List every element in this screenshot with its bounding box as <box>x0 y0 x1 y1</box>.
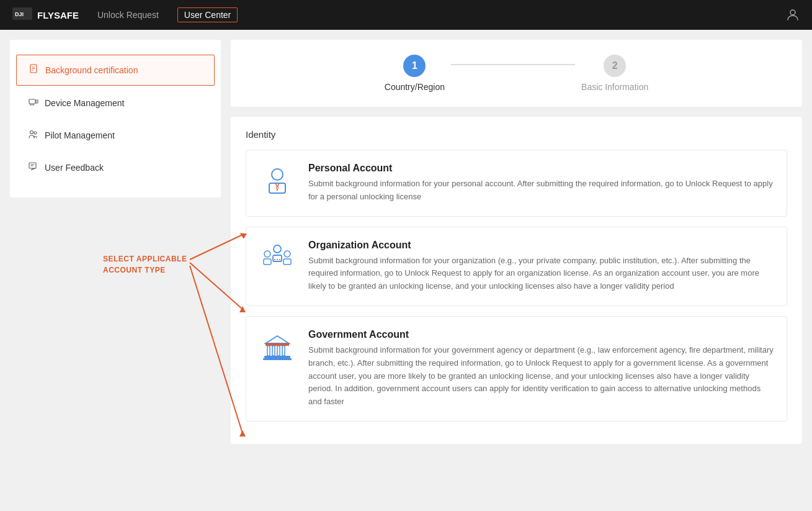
svg-point-25 <box>274 245 281 253</box>
organization-account-desc: Submit background information for your o… <box>308 255 774 293</box>
svg-point-32 <box>277 259 278 260</box>
svg-point-33 <box>279 259 280 260</box>
personal-account-icon <box>259 163 296 200</box>
organization-account-card[interactable]: Organization Account Submit background i… <box>246 227 787 306</box>
sidebar-item-background-cert[interactable]: Background certification <box>16 55 215 86</box>
main-layout: Background certification Device Manageme… <box>0 30 812 511</box>
sidebar-item-pilot-mgmt[interactable]: Pilot Management <box>16 120 215 150</box>
sidebar-label-device-mgmt: Device Management <box>45 98 124 108</box>
sidebar-label-background-cert: Background certification <box>45 65 138 75</box>
personal-account-card[interactable]: Personal Account Submit background infor… <box>246 150 787 217</box>
svg-point-31 <box>274 259 275 260</box>
government-account-title: Government Account <box>308 329 774 340</box>
step-1-circle: 1 <box>403 55 426 77</box>
svg-rect-26 <box>273 255 282 261</box>
organization-account-info: Organization Account Submit background i… <box>308 240 774 293</box>
nav-user-center[interactable]: User Center <box>177 7 238 22</box>
svg-rect-36 <box>267 346 270 356</box>
svg-point-13 <box>34 132 37 134</box>
step-2-circle: 2 <box>604 55 626 77</box>
personal-account-title: Personal Account <box>308 163 774 174</box>
doc-icon <box>29 64 39 76</box>
svg-rect-39 <box>282 346 285 356</box>
sidebar-label-user-feedback: User Feedback <box>45 163 104 173</box>
identity-section-label: Identity <box>246 129 787 140</box>
identity-card: Identity Personal Account Submit backg <box>231 117 802 444</box>
step-connector <box>451 64 575 65</box>
personal-account-info: Personal Account Submit background infor… <box>308 163 774 204</box>
svg-point-23 <box>272 169 283 180</box>
svg-rect-41 <box>263 358 292 360</box>
svg-marker-34 <box>265 336 289 343</box>
step-1-label: Country/Region <box>385 82 445 92</box>
svg-point-12 <box>30 131 33 134</box>
svg-rect-8 <box>36 100 38 103</box>
content-area: SELECT APPLICABLEACCOUNT TYPE 1 Country/… <box>221 30 812 511</box>
svg-rect-30 <box>283 259 291 265</box>
annotation-label: SELECT APPLICABLEACCOUNT TYPE <box>103 253 187 276</box>
nav-unlock-request[interactable]: Unlock Request <box>97 10 159 20</box>
svg-rect-40 <box>264 356 290 358</box>
government-account-icon <box>259 329 296 366</box>
device-icon <box>29 97 38 109</box>
sidebar-label-pilot-mgmt: Pilot Management <box>45 130 115 140</box>
header: DJI FLYSAFE Unlock Request User Center <box>0 0 812 30</box>
sidebar-item-user-feedback[interactable]: User Feedback <box>16 153 215 183</box>
organization-account-icon <box>259 240 296 277</box>
government-account-desc: Submit background information for your g… <box>308 344 774 409</box>
logo: DJI FLYSAFE <box>12 7 79 23</box>
step-2: 2 Basic Information <box>581 55 648 92</box>
government-account-info: Government Account Submit background inf… <box>308 329 774 409</box>
feedback-icon <box>29 161 38 174</box>
svg-point-27 <box>264 251 270 257</box>
svg-text:DJI: DJI <box>15 11 24 17</box>
sidebar-item-device-mgmt[interactable]: Device Management <box>16 88 215 118</box>
svg-point-2 <box>790 10 795 15</box>
svg-rect-28 <box>264 259 271 265</box>
svg-point-29 <box>284 251 290 257</box>
organization-account-title: Organization Account <box>308 240 774 251</box>
step-1: 1 Country/Region <box>385 55 445 92</box>
svg-rect-37 <box>272 346 275 356</box>
user-profile-icon[interactable] <box>786 7 800 23</box>
svg-rect-7 <box>29 99 35 104</box>
steps-container: 1 Country/Region 2 Basic Information <box>231 40 802 107</box>
logo-text: FLYSAFE <box>37 10 79 20</box>
personal-account-desc: Submit background information for your p… <box>308 178 774 204</box>
svg-rect-24 <box>269 183 285 193</box>
pilot-icon <box>29 129 38 142</box>
government-account-card[interactable]: Government Account Submit background inf… <box>246 316 787 422</box>
step-2-label: Basic Information <box>581 82 648 92</box>
annotation-text: SELECT APPLICABLEACCOUNT TYPE <box>103 255 187 274</box>
svg-rect-38 <box>277 346 280 356</box>
sidebar: Background certification Device Manageme… <box>10 40 221 197</box>
dji-logo-icon: DJI <box>12 7 32 23</box>
